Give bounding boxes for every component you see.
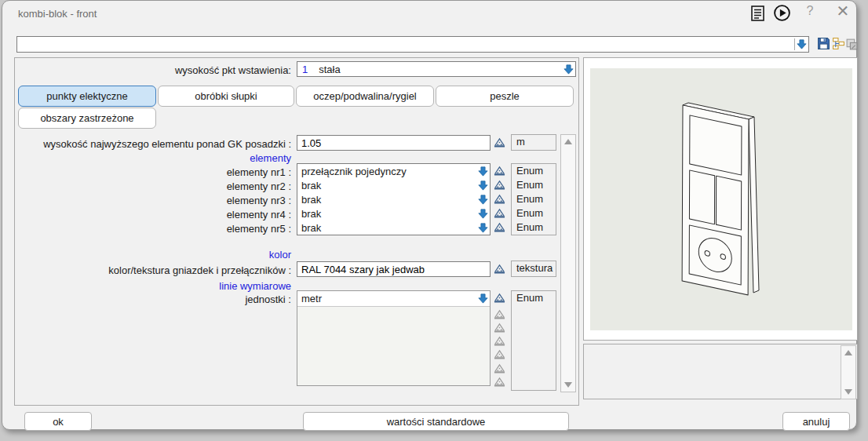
insertion-height-combo[interactable]: 1 stała	[297, 61, 576, 77]
preview-panel	[583, 57, 858, 341]
dropdown-button[interactable]	[476, 166, 490, 177]
kolor-type-box: tekstura	[511, 261, 556, 277]
elementy-nr2-label: elementy nr2 :	[134, 180, 291, 192]
jednostki-type-box: Enum	[511, 290, 556, 391]
jednostki-combo[interactable]: metr	[297, 291, 490, 307]
standard-values-button[interactable]: wartości standardowe	[303, 412, 569, 431]
notes-icon[interactable]	[750, 5, 766, 22]
arrow-down-icon	[478, 166, 488, 177]
switch-double-right	[716, 176, 741, 230]
plate-side-face	[749, 117, 759, 293]
type-label: Enum	[512, 164, 556, 178]
scroll-down-icon[interactable]	[844, 389, 852, 395]
info-scrollbar[interactable]	[841, 345, 856, 399]
type-label: Enum	[512, 178, 556, 192]
kombi-blok-drawing	[590, 68, 852, 330]
arrow-down-icon	[478, 180, 488, 191]
tab-label: oczep/podwalina/rygiel	[313, 90, 417, 102]
dropdown-button[interactable]	[476, 180, 490, 191]
elementy-listbox: przełącznik pojedynczy brak brak brak br…	[297, 163, 491, 235]
kolor-label: kolor/tekstura gniazdek i przełączników …	[26, 264, 291, 276]
combo-value: brak	[297, 194, 476, 206]
measure-icon[interactable]	[494, 193, 505, 205]
preset-input[interactable]	[17, 37, 794, 52]
cancel-button[interactable]: anuluj	[782, 412, 850, 431]
elementy-nr2-combo[interactable]: brak	[297, 178, 490, 192]
jednostki-listbox: metr	[297, 290, 491, 386]
insertion-height-index: 1	[297, 64, 308, 75]
tab-punkty-elektyczne[interactable]: punkty elektyczne	[18, 86, 156, 107]
preset-combo	[16, 36, 809, 53]
height-unit-box: m	[511, 134, 556, 151]
insertion-height-label: wysokość pkt wstawienia:	[34, 64, 291, 76]
scroll-up-icon[interactable]	[844, 350, 852, 355]
play-icon[interactable]	[773, 4, 791, 22]
tab-peszle[interactable]: peszle	[436, 86, 574, 107]
tab-label: peszle	[490, 90, 520, 102]
elementy-nr1-label: elementy nr1 :	[134, 166, 291, 178]
kolor-input[interactable]	[297, 264, 490, 275]
scroll-down-icon[interactable]	[564, 382, 572, 388]
measure-icon[interactable]	[494, 207, 505, 219]
tab-obszary-zastrzezone[interactable]: obszary zastrzeżone	[18, 108, 156, 129]
dropdown-button[interactable]	[476, 293, 490, 304]
elementy-nr4-label: elementy nr4 :	[134, 209, 291, 220]
combo-value: metr	[297, 293, 476, 304]
section-header-kolor: kolor	[134, 249, 291, 261]
scroll-up-icon[interactable]	[564, 139, 572, 144]
height-input[interactable]	[297, 137, 490, 149]
dropdown-button[interactable]	[476, 195, 490, 205]
dropdown-button[interactable]	[476, 209, 490, 219]
arrow-down-icon	[478, 195, 488, 205]
arrow-down-icon	[797, 39, 807, 49]
dropdown-button[interactable]	[476, 223, 490, 233]
measure-icon-disabled	[494, 308, 505, 320]
combo-value: brak	[297, 222, 476, 234]
save-icon[interactable]	[817, 37, 830, 50]
measure-icon[interactable]	[494, 137, 505, 148]
arrow-down-icon	[478, 223, 488, 233]
type-label: Enum	[512, 192, 556, 206]
measure-icon-disabled	[494, 322, 505, 333]
tab-obrobki-slupki[interactable]: obróbki słupki	[158, 86, 294, 107]
elementy-nr5-label: elementy nr5 :	[134, 223, 291, 235]
elementy-nr1-combo[interactable]: przełącznik pojedynczy	[297, 164, 490, 178]
elementy-nr3-label: elementy nr3 :	[134, 195, 291, 206]
measure-icon[interactable]	[494, 221, 505, 233]
elementy-nr5-combo[interactable]: brak	[297, 220, 490, 235]
export-icon[interactable]	[845, 38, 859, 51]
combo-value: brak	[297, 180, 476, 191]
form-scrollbar[interactable]	[560, 134, 576, 392]
tab-oczep-podwalina-rygiel[interactable]: oczep/podwalina/rygiel	[296, 86, 434, 107]
elementy-nr4-combo[interactable]: brak	[297, 206, 490, 220]
combo-value: brak	[297, 208, 476, 220]
ok-button[interactable]: ok	[24, 412, 92, 431]
kolor-field	[297, 261, 491, 277]
measure-icon[interactable]	[494, 165, 505, 177]
arrow-down-icon	[478, 293, 488, 304]
preview-canvas	[590, 68, 852, 330]
elementy-type-box: Enum Enum Enum Enum Enum	[511, 163, 556, 235]
insertion-height-value: stała	[308, 64, 561, 75]
arrow-down-icon	[563, 64, 574, 75]
tab-label: obróbki słupki	[195, 90, 257, 102]
close-icon[interactable]: ✕	[834, 2, 852, 20]
measure-icon-disabled	[494, 363, 505, 374]
measure-icon-disabled	[494, 335, 505, 347]
preset-dropdown-button[interactable]	[795, 37, 808, 52]
tab-label: obszary zastrzeżone	[40, 112, 133, 124]
height-field-label: wysokość najwyższego elementu ponad GK p…	[26, 138, 291, 150]
measure-icon[interactable]	[494, 179, 505, 191]
jednostki-label: jednostki :	[134, 293, 291, 305]
measure-icon-disabled	[494, 348, 505, 360]
tree-icon[interactable]	[832, 37, 845, 50]
help-button[interactable]: ?	[803, 4, 817, 20]
type-label: Enum	[512, 220, 556, 235]
measure-icon[interactable]	[494, 292, 505, 304]
measure-icon[interactable]	[494, 263, 505, 275]
section-header-linie-wymiarowe: linie wymiarowe	[134, 280, 291, 292]
elementy-nr3-combo[interactable]: brak	[297, 192, 490, 206]
insertion-height-dropdown-button[interactable]	[562, 64, 575, 75]
window-title: kombi-blok - front	[18, 8, 97, 20]
switch-double-left	[689, 170, 714, 224]
